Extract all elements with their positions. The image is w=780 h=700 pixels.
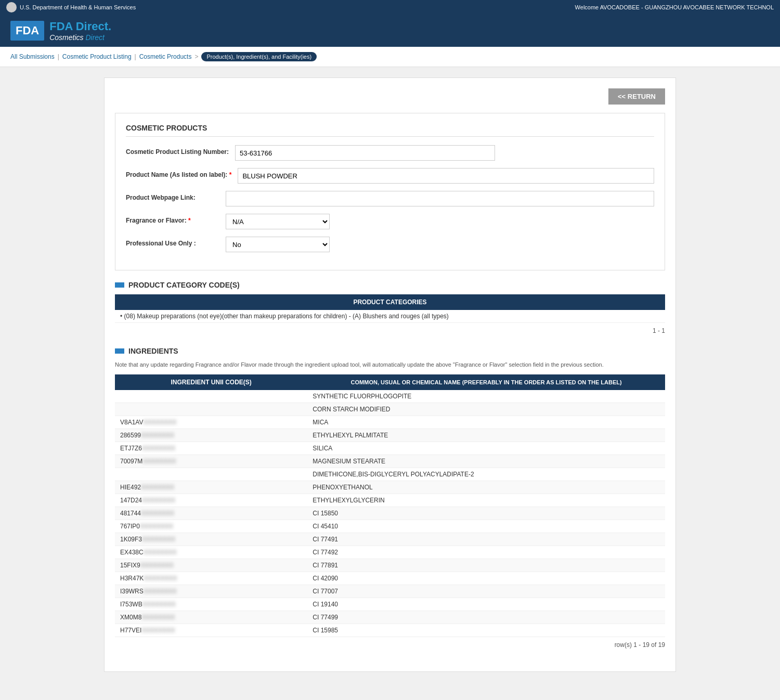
webpage-link-input[interactable] [226,191,654,206]
welcome-text: Welcome AVOCADOBEE - GUANGZHOU AVOCABEE … [575,4,774,10]
section-bar-icon [115,282,124,288]
ingredient-unii-cell: I753WBXXXXXXXX [115,598,307,611]
breadcrumb-cosmetic-product-listing[interactable]: Cosmetic Product Listing [62,53,132,60]
ingredient-row: 481744XXXXXXXXCI 15850 [115,507,665,520]
ingredients-title: INGREDIENTS [128,347,178,355]
ingredient-name-cell: ETHYLHEXYLGLYCERIN [307,494,665,507]
breadcrumb: All Submissions | Cosmetic Product Listi… [0,47,780,67]
fda-word: FDA [49,20,76,33]
ingredient-row: SYNTHETIC FLUORPHLOGOPITE [115,390,665,403]
product-name-input[interactable] [238,168,654,184]
ingredient-unii-cell: XM0M8XXXXXXXX [115,611,307,624]
direct-word: Direct. [76,20,111,33]
ingredient-unii-cell: H3R47KXXXXXXXX [115,572,307,585]
ingredient-row: H3R47KXXXXXXXXCI 42090 [115,572,665,585]
professional-select[interactable]: No Yes [226,237,330,252]
ingredient-row: 70097MXXXXXXXXMAGNESIUM STEARATE [115,455,665,468]
product-category-title: PRODUCT CATEGORY CODE(S) [128,281,240,289]
product-categories-col-header: PRODUCT CATEGORIES [115,294,665,310]
ingredient-name-cell: CI 77499 [307,611,665,624]
ingredient-name-cell: SILICA [307,442,665,455]
webpage-link-row: Product Webpage Link: [126,191,654,206]
product-category-row: • (08) Makeup preparations (not eye)(oth… [115,310,665,323]
ingredient-name-cell: MAGNESIUM STEARATE [307,455,665,468]
ingredient-name-cell: CI 45410 [307,520,665,533]
ingredient-row: 147D24XXXXXXXXETHYLHEXYLGLYCERIN [115,494,665,507]
breadcrumb-sep-1: | [58,53,59,60]
fragrance-label: Fragrance or Flavor: * [126,214,219,224]
ingredients-header: INGREDIENTS [115,347,665,355]
ingredient-name-cell: CORN STARCH MODIFIED [307,403,665,416]
breadcrumb-all-submissions[interactable]: All Submissions [10,53,55,60]
ingredient-row: 767IP0XXXXXXXXCI 45410 [115,520,665,533]
ingredient-name-cell: SYNTHETIC FLUORPHLOGOPITE [307,390,665,403]
listing-number-row: Cosmetic Product Listing Number: [126,145,654,161]
breadcrumb-cosmetic-products[interactable]: Cosmetic Products [139,53,192,60]
ingredient-unii-cell: V8A1AVXXXXXXXX [115,416,307,429]
category-pagination: 1 - 1 [115,325,665,336]
ingredient-row: 15FIX9XXXXXXXXCI 77891 [115,559,665,572]
fda-direct-title: FDA Direct. [49,20,111,33]
ingredient-name-cell: CI 77491 [307,533,665,546]
ingredient-name-cell: MICA [307,416,665,429]
ingredient-unii-cell: 767IP0XXXXXXXX [115,520,307,533]
ingredient-row: H77VEIXXXXXXXXCI 15985 [115,624,665,637]
return-button[interactable]: << RETURN [608,88,665,105]
ingredient-unii-cell: 481744XXXXXXXX [115,507,307,520]
ingredient-name-cell: CI 15850 [307,507,665,520]
product-category-cell: • (08) Makeup preparations (not eye)(oth… [115,310,665,323]
ingredient-unii-cell: ETJ7Z6XXXXXXXX [115,442,307,455]
ingredients-note: Note that any update regarding Fragrance… [115,360,665,369]
product-name-label: Product Name (As listed on label): * [126,168,231,178]
ingredient-row: HIE492XXXXXXXXPHENOXYETHANOL [115,481,665,494]
breadcrumb-sep-2: | [135,53,136,60]
ingredient-unii-cell [115,468,307,481]
professional-label: Professional Use Only : [126,237,219,247]
ingredient-row: I753WBXXXXXXXXCI 19140 [115,598,665,611]
ingredient-name-cell: PHENOXYETHANOL [307,481,665,494]
ingredient-row: ETJ7Z6XXXXXXXXSILICA [115,442,665,455]
ingredient-row: 1K09F3XXXXXXXXCI 77491 [115,533,665,546]
ingredient-name-cell: ETHYLHEXYL PALMITATE [307,429,665,442]
fragrance-select[interactable]: N/A Yes No [226,214,330,229]
ingredient-row: EX438CXXXXXXXXCI 77492 [115,546,665,559]
ingredient-unii-cell: 147D24XXXXXXXX [115,494,307,507]
ingredient-unii-cell: HIE492XXXXXXXX [115,481,307,494]
cosmetics-subtitle: Cosmetics Direct [49,33,111,42]
ingredient-name-cell: DIMETHICONE,BIS-DIGLYCERYL POLYACYLADIPA… [307,468,665,481]
top-bar: U.S. Department of Health & Human Servic… [0,0,780,15]
ingredient-unii-cell: I39WRSXXXXXXXX [115,585,307,598]
ingredient-name-cell: CI 77007 [307,585,665,598]
ingredient-unii-cell: 70097MXXXXXXXX [115,455,307,468]
listing-number-label: Cosmetic Product Listing Number: [126,145,229,155]
cosmetic-products-section: COSMETIC PRODUCTS Cosmetic Product Listi… [115,113,665,270]
ingredient-row: V8A1AVXXXXXXXXMICA [115,416,665,429]
name-col-header: COMMON, USUAL OR CHEMICAL NAME (PREFERAB… [307,374,665,390]
ingredient-unii-cell [115,390,307,403]
fragrance-row: Fragrance or Flavor: * N/A Yes No [126,214,654,229]
ingredients-section: INGREDIENTS Note that any update regardi… [115,347,665,651]
product-category-header: PRODUCT CATEGORY CODE(S) [115,281,665,289]
webpage-link-label: Product Webpage Link: [126,191,219,201]
product-name-required: * [229,171,232,178]
ingredient-unii-cell [115,403,307,416]
fda-title-block: FDA Direct. Cosmetics Direct [49,20,111,42]
ingredient-row: 286599XXXXXXXXETHYLHEXYL PALMITATE [115,429,665,442]
hhs-seal-icon [6,2,17,12]
main-content: << RETURN COSMETIC PRODUCTS Cosmetic Pro… [104,77,676,672]
breadcrumb-sep-3: > [194,53,198,60]
hhs-label: U.S. Department of Health & Human Servic… [20,4,136,10]
ingredient-unii-cell: 15FIX9XXXXXXXX [115,559,307,572]
ingredient-unii-cell: 286599XXXXXXXX [115,429,307,442]
ingredients-bar-icon [115,348,124,354]
breadcrumb-current: Product(s), Ingredient(s), and Facility(… [201,52,317,61]
fda-logo-text: FDA [16,24,39,37]
product-categories-table: PRODUCT CATEGORIES • (08) Makeup prepara… [115,294,665,323]
ingredient-row: I39WRSXXXXXXXXCI 77007 [115,585,665,598]
unii-col-header: INGREDIENT UNII CODE(S) [115,374,307,390]
listing-number-input[interactable] [235,145,495,161]
ingredients-table: INGREDIENT UNII CODE(S) COMMON, USUAL OR… [115,374,665,637]
site-header: FDA FDA Direct. Cosmetics Direct [0,15,780,47]
cosmetic-products-title: COSMETIC PRODUCTS [126,124,654,137]
ingredient-name-cell: CI 77891 [307,559,665,572]
